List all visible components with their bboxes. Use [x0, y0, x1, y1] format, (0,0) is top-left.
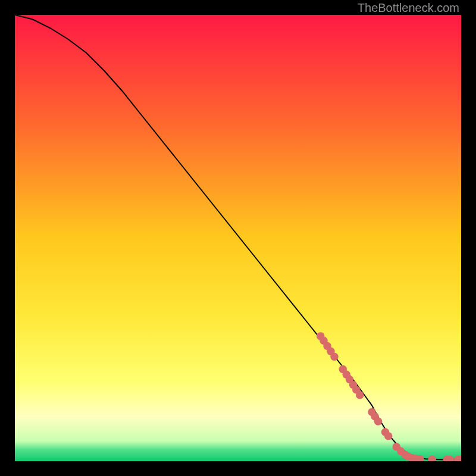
- plot-area: [15, 15, 461, 461]
- chart-frame: TheBottleneck.com: [0, 0, 476, 476]
- data-marker: [374, 418, 383, 426]
- gradient-background: [15, 15, 461, 461]
- data-marker: [330, 353, 339, 361]
- chart-svg: [15, 15, 461, 461]
- watermark-text: TheBottleneck.com: [358, 1, 459, 15]
- data-marker: [384, 432, 393, 440]
- data-marker: [356, 391, 364, 399]
